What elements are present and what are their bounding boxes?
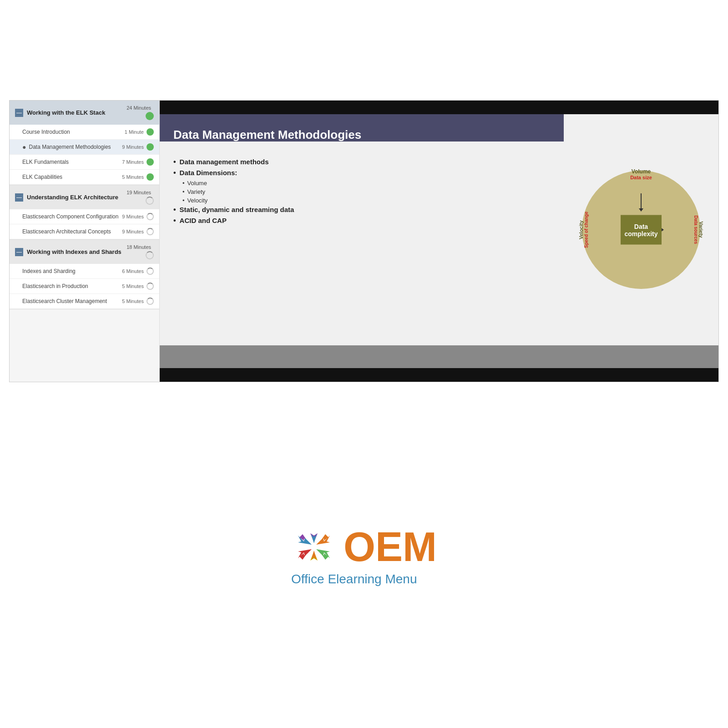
lesson-title-course-intro: Course Introduction: [22, 129, 125, 135]
slide-area: Data Management Methodologies Data manag…: [160, 101, 718, 382]
lesson-es-arch[interactable]: Elasticsearch Architectural Concepts 9 M…: [10, 224, 159, 239]
main-container: — Working with the ELK Stack 24 Minutes …: [0, 0, 728, 728]
sidebar-section-header-elk-arch[interactable]: — Understanding ELK Architecture 19 Minu…: [10, 185, 159, 209]
section-duration-elk-arch: 19 Minutes: [126, 190, 151, 195]
diagram-left-main: Velocity: [578, 220, 584, 239]
collapse-icon-indexes: —: [15, 248, 23, 256]
lesson-data-mgmt[interactable]: ● Data Management Methodologies 9 Minute…: [10, 140, 159, 155]
lesson-duration-elk-cap: 5 Minutes: [122, 174, 144, 180]
lesson-indexes-sharding[interactable]: Indexes and Sharding 6 Minutes: [10, 264, 159, 279]
lesson-es-comp[interactable]: Elasticsearch Component Configuration 9 …: [10, 209, 159, 224]
lesson-duration-indexes-sharding: 6 Minutes: [122, 268, 144, 274]
sidebar-section-elk-arch: — Understanding ELK Architecture 19 Minu…: [10, 185, 159, 240]
content-area: — Working with the ELK Stack 24 Minutes …: [9, 100, 719, 382]
section-title-indexes: Working with Indexes and Shards: [27, 248, 126, 255]
slide-bottom-bar: [160, 345, 718, 368]
lesson-es-cluster[interactable]: Elasticsearch Cluster Management 5 Minut…: [10, 294, 159, 309]
collapse-icon: —: [15, 109, 23, 117]
lesson-status-course-intro: [147, 128, 154, 136]
section-title-elk-arch: Understanding ELK Architecture: [27, 194, 126, 201]
diagram-right-main: Variety: [698, 222, 704, 238]
diagram: Volume Data size Data complexity Ve: [577, 166, 705, 293]
arrow-down: [641, 193, 642, 209]
diagram-right-sub: Data sources: [693, 216, 698, 244]
bullet-3: Static, dynamic and streaming data: [173, 206, 550, 214]
collapse-icon-arch: —: [15, 193, 23, 202]
lesson-title-es-comp: Elasticsearch Component Configuration: [22, 213, 122, 220]
lesson-status-indexes-sharding: [147, 268, 154, 275]
diagram-center-box: Data complexity: [621, 215, 662, 245]
lesson-status-es-comp: [147, 213, 154, 220]
diagram-label-right-container: Variety Data sources: [693, 216, 704, 244]
slide-footer-bar: [160, 368, 718, 382]
slide-body: Data management methods Data Dimensions:…: [173, 151, 550, 225]
lesson-status-es-arch: [147, 228, 154, 235]
lesson-status-es-prod: [147, 283, 154, 290]
lesson-title-data-mgmt: Data Management Methodologies: [29, 144, 122, 150]
diagram-top-main: Volume: [630, 168, 652, 175]
slide-right: Volume Data size Data complexity Ve: [564, 114, 718, 345]
lesson-duration-es-prod: 5 Minutes: [122, 283, 144, 289]
sub-bullet-velocity: Velocity: [173, 197, 550, 204]
lesson-status-data-mgmt: [147, 143, 154, 151]
lesson-status-es-cluster: [147, 298, 154, 305]
diagram-label-left: Velocity Speed of change: [578, 212, 589, 248]
diagram-label-right: Variety Data sources: [693, 216, 704, 244]
section-status-elk-stack: [146, 112, 154, 120]
slide-title: Data Management Methodologies: [173, 123, 550, 151]
slide-content: Data Management Methodologies Data manag…: [160, 114, 718, 345]
lesson-duration-course-intro: 1 Minute: [125, 129, 144, 135]
bottom-logo-area: OEM Office Elearning Menu: [0, 382, 728, 728]
section-duration-elk-stack: 24 Minutes: [126, 105, 151, 111]
section-status-indexes: [146, 251, 154, 259]
diagram-top-sub: Data size: [630, 175, 652, 180]
lesson-title-es-arch: Elasticsearch Architectural Concepts: [22, 228, 122, 235]
logo-subtitle: Office Elearning Menu: [291, 572, 417, 586]
lesson-duration-es-arch: 9 Minutes: [122, 229, 144, 234]
sidebar-section-header-indexes[interactable]: — Working with Indexes and Shards 18 Min…: [10, 240, 159, 264]
lesson-duration-es-cluster: 5 Minutes: [122, 298, 144, 304]
oem-logo-icon: [291, 524, 337, 570]
diagram-left-sub: Speed of change: [584, 212, 589, 248]
section-status-elk-arch: [146, 197, 154, 205]
top-space: [0, 0, 728, 100]
lesson-status-elk-fund: [147, 158, 154, 166]
lesson-title-elk-cap: ELK Capabilities: [22, 174, 122, 180]
sub-bullet-variety: Variety: [173, 188, 550, 195]
sub-bullet-volume: Volume: [173, 180, 550, 187]
logo-container: OEM Office Elearning Menu: [291, 524, 437, 586]
sidebar: — Working with the ELK Stack 24 Minutes …: [10, 101, 160, 382]
slide-left: Data Management Methodologies Data manag…: [160, 114, 564, 345]
bullet-2: Data Dimensions:: [173, 169, 550, 177]
lesson-duration-elk-fund: 7 Minutes: [122, 159, 144, 165]
lesson-title-elk-fund: ELK Fundamentals: [22, 159, 122, 165]
lesson-status-elk-cap: [147, 173, 154, 181]
lesson-course-intro[interactable]: Course Introduction 1 Minute: [10, 125, 159, 140]
lesson-elk-cap[interactable]: ELK Capabilities 5 Minutes: [10, 170, 159, 185]
lesson-es-prod[interactable]: Elasticsearch in Production 5 Minutes: [10, 279, 159, 294]
slide-top-bar: [160, 101, 718, 114]
lesson-title-es-prod: Elasticsearch in Production: [22, 283, 122, 289]
lesson-elk-fund[interactable]: ELK Fundamentals 7 Minutes: [10, 155, 159, 170]
diagram-label-left-container: Velocity Speed of change: [578, 212, 589, 248]
logo-text: OEM: [344, 526, 437, 567]
logo-top: OEM: [291, 524, 437, 570]
sidebar-section-header-elk-stack[interactable]: — Working with the ELK Stack 24 Minutes: [10, 101, 159, 125]
lesson-duration-data-mgmt: 9 Minutes: [122, 144, 144, 150]
bullet-4: ACID and CAP: [173, 217, 550, 225]
sidebar-section-elk-stack: — Working with the ELK Stack 24 Minutes …: [10, 101, 159, 185]
current-indicator: ●: [22, 143, 26, 151]
diagram-label-top: Volume Data size: [630, 168, 652, 180]
lesson-title-indexes-sharding: Indexes and Sharding: [22, 268, 122, 274]
lesson-title-es-cluster: Elasticsearch Cluster Management: [22, 298, 122, 304]
bullet-1: Data management methods: [173, 158, 550, 166]
section-duration-indexes: 18 Minutes: [126, 244, 151, 250]
lesson-duration-es-comp: 9 Minutes: [122, 214, 144, 219]
sidebar-section-indexes: — Working with Indexes and Shards 18 Min…: [10, 240, 159, 309]
section-title-elk-stack: Working with the ELK Stack: [27, 109, 126, 116]
